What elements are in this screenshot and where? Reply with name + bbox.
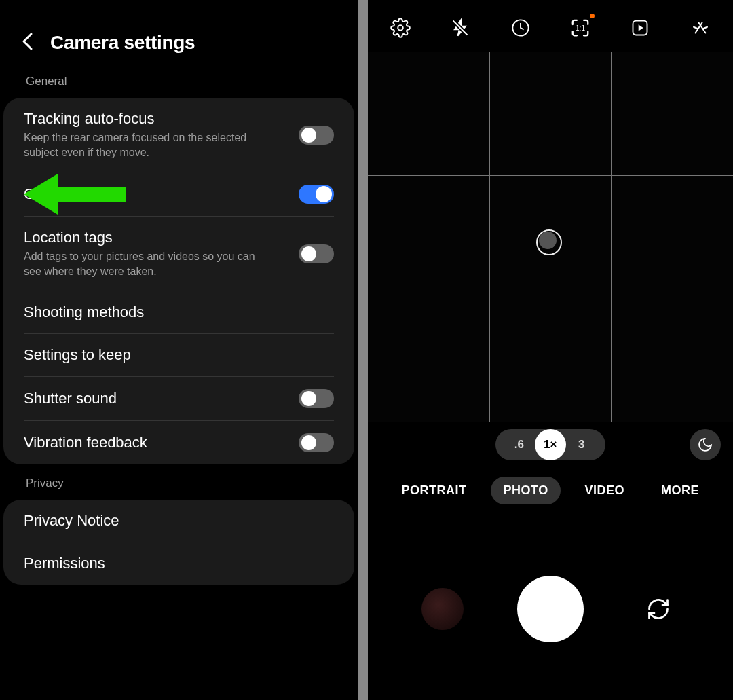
row-title: Privacy Notice — [24, 512, 119, 530]
section-label-privacy: Privacy — [0, 477, 358, 500]
mode-photo[interactable]: PHOTO — [491, 477, 560, 504]
svg-line-10 — [694, 27, 698, 29]
toggle-location-tags[interactable] — [299, 244, 334, 263]
row-subtitle: Keep the rear camera focused on the sele… — [24, 130, 275, 160]
row-title: Shooting methods — [24, 303, 144, 321]
toggle-tracking-autofocus[interactable] — [299, 126, 334, 145]
mode-video[interactable]: VIDEO — [573, 477, 637, 504]
focus-ring-icon — [536, 229, 562, 255]
page-title: Camera settings — [50, 32, 195, 54]
section-label-general: General — [0, 75, 358, 98]
camera-settings-pane: Camera settings General Tracking auto-fo… — [0, 0, 358, 700]
row-shooting-methods[interactable]: Shooting methods — [24, 291, 334, 334]
row-title: Shutter sound — [24, 390, 117, 407]
camera-app-pane: 1:1 .6 1× 3 PORTRAIT PHOTO VIDEO MORE — [368, 0, 733, 700]
shutter-row — [368, 511, 733, 700]
switch-camera-button[interactable] — [637, 588, 679, 630]
row-title: Tracking auto-focus — [24, 110, 275, 128]
toggle-vibration-feedback[interactable] — [299, 433, 334, 452]
timer-icon[interactable] — [510, 18, 531, 38]
svg-text:1:1: 1:1 — [576, 24, 585, 32]
back-button[interactable] — [20, 31, 35, 54]
gear-icon[interactable] — [390, 18, 411, 38]
zoom-controls: .6 1× 3 — [368, 422, 733, 467]
zoom-tele[interactable]: 3 — [566, 429, 597, 460]
aspect-ratio-icon[interactable]: 1:1 — [570, 18, 590, 38]
mode-portrait[interactable]: PORTRAIT — [390, 477, 479, 504]
camera-viewfinder[interactable] — [368, 52, 733, 422]
grid-line-icon — [368, 299, 733, 299]
row-settings-to-keep[interactable]: Settings to keep — [24, 334, 334, 377]
row-subtitle: Add tags to your pictures and videos so … — [24, 249, 275, 278]
notification-dot-icon — [590, 14, 595, 18]
row-shutter-sound[interactable]: Shutter sound — [24, 377, 334, 421]
flash-off-icon[interactable] — [450, 18, 470, 38]
grid-line-icon — [611, 52, 612, 422]
row-title: Location tags — [24, 229, 275, 246]
row-location-tags[interactable]: Location tags Add tags to your pictures … — [24, 217, 334, 291]
row-grid-lines[interactable]: Grid lines — [24, 172, 334, 217]
toggle-grid-lines[interactable] — [299, 185, 334, 204]
row-vibration-feedback[interactable]: Vibration feedback — [24, 421, 334, 464]
grid-line-icon — [489, 52, 490, 422]
mode-more[interactable]: MORE — [649, 477, 711, 504]
svg-marker-7 — [639, 24, 643, 31]
grid-line-icon — [368, 175, 733, 176]
filters-icon[interactable] — [690, 18, 711, 38]
row-tracking-autofocus[interactable]: Tracking auto-focus Keep the rear camera… — [24, 98, 334, 172]
camera-top-toolbar: 1:1 — [368, 0, 733, 52]
settings-header: Camera settings — [0, 0, 358, 75]
shutter-button[interactable] — [517, 576, 584, 642]
zoom-pill: .6 1× 3 — [495, 429, 605, 460]
settings-card-general: Tracking auto-focus Keep the rear camera… — [3, 98, 354, 464]
svg-line-11 — [702, 27, 707, 29]
night-mode-button[interactable] — [690, 429, 721, 460]
toggle-shutter-sound[interactable] — [299, 389, 334, 408]
settings-card-privacy: Privacy Notice Permissions — [3, 500, 354, 585]
row-permissions[interactable]: Permissions — [24, 542, 334, 585]
svg-point-0 — [398, 25, 403, 31]
row-privacy-notice[interactable]: Privacy Notice — [24, 500, 334, 542]
camera-modes: PORTRAIT PHOTO VIDEO MORE — [368, 467, 733, 511]
row-title: Settings to keep — [24, 346, 131, 364]
zoom-1x[interactable]: 1× — [535, 429, 566, 460]
gallery-thumbnail[interactable] — [421, 588, 464, 630]
row-title: Vibration feedback — [24, 434, 147, 452]
row-title: Permissions — [24, 555, 105, 572]
zoom-wide[interactable]: .6 — [504, 429, 535, 460]
motion-photo-icon[interactable] — [630, 18, 650, 38]
